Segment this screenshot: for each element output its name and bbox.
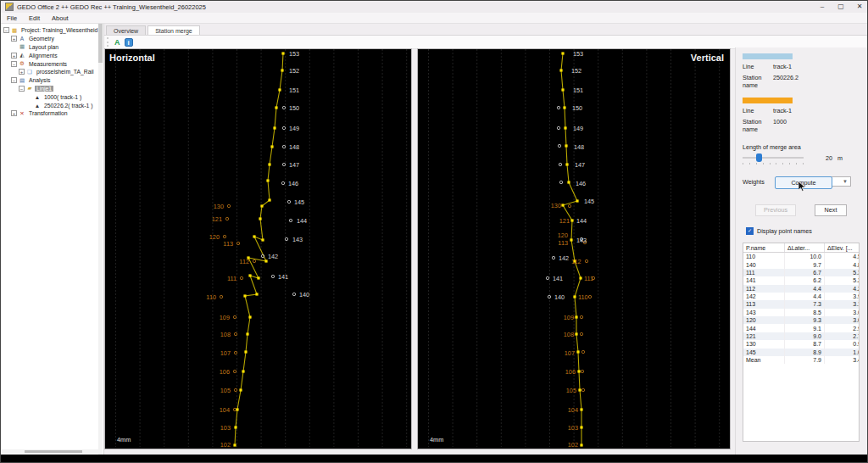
- results-row[interactable]: 1424.43.9: [743, 293, 860, 300]
- display-point-names-label: Display point names: [757, 227, 812, 235]
- results-row[interactable]: Mean7.93.4: [743, 356, 860, 364]
- collapse-icon[interactable]: −: [11, 77, 17, 83]
- results-row[interactable]: 1219.02.7: [743, 332, 860, 340]
- svg-text:110: 110: [578, 293, 588, 301]
- svg-text:Vertical: Vertical: [691, 53, 724, 63]
- tree-item-label: Linje1: [35, 86, 53, 92]
- results-row[interactable]: 1308.70.9: [743, 340, 860, 348]
- label-toggle-icon[interactable]: A: [114, 38, 120, 47]
- expand-icon[interactable]: +: [11, 36, 17, 42]
- tree-item-layout-plan[interactable]: ▦Layout plan: [1, 43, 103, 52]
- expand-icon[interactable]: +: [11, 53, 17, 59]
- svg-text:112: 112: [571, 258, 581, 265]
- svg-text:140: 140: [554, 293, 565, 301]
- svg-text:130: 130: [214, 203, 224, 210]
- menu-file[interactable]: File: [1, 14, 23, 22]
- tree-item-label: prosselsheim_TA_Rail: [35, 69, 96, 75]
- svg-text:143: 143: [576, 237, 587, 244]
- tree-item-label: Project: Training_Wiesentheid: [19, 27, 99, 33]
- vertical-plot[interactable]: 1531521511501491481471461451441431421411…: [417, 48, 731, 449]
- results-row[interactable]: 1116.75.3: [743, 269, 860, 276]
- svg-text:111: 111: [227, 275, 236, 282]
- horizontal-plot[interactable]: 1531521511501491481471461451441431421411…: [104, 48, 412, 449]
- maximize-button[interactable]: ▢: [832, 1, 850, 13]
- tree-item-label: 250226.2( track-1 ): [42, 103, 94, 109]
- tree-item-alignments[interactable]: +◭Alignments: [1, 51, 103, 59]
- results-row[interactable]: 1416.25.2: [743, 276, 860, 284]
- weights-label: Weights: [743, 178, 765, 186]
- svg-text:104: 104: [220, 406, 230, 414]
- results-row[interactable]: 1458.91.0: [743, 349, 860, 356]
- app-icon: [5, 3, 14, 11]
- tree-vertical-scrollbar[interactable]: [98, 24, 103, 455]
- collapse-icon[interactable]: −: [19, 86, 25, 92]
- results-table[interactable]: P.nameΔLater...ΔElev. [...11010.04.51409…: [743, 243, 860, 442]
- results-row[interactable]: 1438.53.0: [743, 309, 860, 316]
- svg-text:104: 104: [568, 406, 578, 414]
- svg-text:147: 147: [575, 161, 585, 169]
- collapse-icon[interactable]: −: [3, 27, 9, 33]
- transformation-icon: ✕: [19, 110, 25, 117]
- menu-about[interactable]: About: [46, 14, 75, 22]
- minimize-button[interactable]: –: [813, 1, 832, 13]
- tree-item-label: Layout plan: [27, 44, 60, 50]
- tab-overview[interactable]: Overview: [106, 25, 146, 35]
- tree-item-linje1[interactable]: −▰Linje1: [1, 85, 103, 93]
- station-a-line-value: track-1: [773, 63, 792, 70]
- folder-icon: ▰: [26, 85, 33, 92]
- menu-edit[interactable]: Edit: [23, 14, 46, 22]
- results-row[interactable]: 1209.33.0: [743, 316, 860, 324]
- tree-item-label: Analysis: [27, 77, 52, 83]
- measurements-icon: ⚙: [19, 60, 25, 67]
- svg-text:142: 142: [559, 254, 569, 262]
- results-column-header[interactable]: ΔElev. [...: [825, 243, 860, 253]
- svg-text:103: 103: [220, 424, 231, 432]
- tree-horizontal-scrollbar[interactable]: [1, 449, 99, 454]
- svg-text:140: 140: [299, 291, 309, 298]
- next-button[interactable]: Next: [815, 204, 847, 216]
- svg-text:107: 107: [565, 349, 575, 357]
- merge-length-unit: m: [837, 154, 843, 162]
- tree-item-250226-2-track-1-[interactable]: ▲250226.2( track-1 ): [1, 101, 103, 109]
- tab-station-merge[interactable]: Station merge: [147, 25, 200, 35]
- results-row[interactable]: 11010.04.5: [743, 253, 860, 261]
- results-row[interactable]: 1137.33.1: [743, 300, 860, 308]
- station-b-line-value: track-1: [773, 107, 792, 114]
- results-row[interactable]: 1409.74.8: [743, 260, 860, 268]
- svg-text:106: 106: [565, 368, 576, 376]
- tree-item-geometry[interactable]: +AGeometry: [1, 35, 103, 43]
- svg-text:143: 143: [292, 236, 303, 243]
- results-row[interactable]: 1449.12.9: [743, 324, 860, 332]
- tree-item-measurements[interactable]: −⚙Measurements: [1, 59, 103, 68]
- collapse-icon[interactable]: −: [11, 61, 17, 67]
- station-a-color-swatch: [743, 53, 793, 59]
- expand-icon[interactable]: +: [19, 69, 25, 75]
- svg-text:112: 112: [239, 258, 249, 265]
- svg-text:121: 121: [212, 215, 222, 223]
- gedo-office-window: GEDO Office 2 ++ GEDO Rec ++ Training_Wi…: [0, 0, 868, 463]
- svg-text:121: 121: [559, 217, 570, 225]
- svg-text:147: 147: [289, 161, 299, 169]
- title-bar: GEDO Office 2 ++ GEDO Rec ++ Training_Wi…: [1, 1, 868, 13]
- svg-text:102: 102: [568, 441, 578, 447]
- close-button[interactable]: ✕: [850, 1, 868, 13]
- tree-item-prosselsheim-ta-rail[interactable]: +❏prosselsheim_TA_Rail: [1, 68, 103, 76]
- previous-button[interactable]: Previous: [755, 204, 796, 216]
- results-column-header[interactable]: P.name: [743, 243, 785, 253]
- tree-item-1000-track-1-[interactable]: ▲1000( track-1 ): [1, 92, 103, 101]
- tree-item-project-training-wiesentheid[interactable]: −▩Project: Training_Wiesentheid: [1, 26, 103, 35]
- merge-length-slider[interactable]: [743, 153, 804, 162]
- tree-item-label: Geometry: [27, 36, 56, 42]
- slider-thumb[interactable]: [756, 153, 762, 162]
- expand-icon[interactable]: +: [11, 110, 17, 116]
- svg-text:153: 153: [289, 50, 299, 58]
- info-icon[interactable]: i: [125, 38, 133, 47]
- svg-text:142: 142: [268, 253, 278, 260]
- svg-text:4mm: 4mm: [430, 436, 443, 443]
- tree-item-analysis[interactable]: −▤Analysis: [1, 76, 103, 85]
- station-b-name-label: Station name: [743, 118, 773, 133]
- tree-item-transformation[interactable]: +✕Transformation: [1, 109, 103, 118]
- results-row[interactable]: 1124.44.2: [743, 285, 860, 293]
- results-column-header[interactable]: ΔLater...: [785, 243, 825, 253]
- display-point-names-checkbox[interactable]: ✓: [746, 227, 754, 235]
